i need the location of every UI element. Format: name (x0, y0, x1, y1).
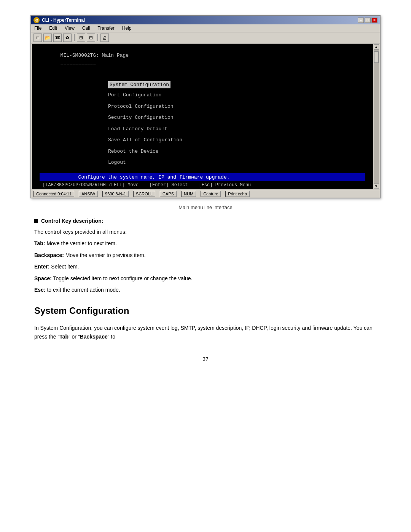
toolbar-separator (74, 34, 75, 41)
esc-key-text: to exit the current action mode. (47, 287, 120, 293)
menu-item-save-all[interactable]: Save All of Configuration (108, 136, 365, 145)
tab-key-text: Move the vernier to next item. (46, 240, 116, 246)
terminal-status-line2: [TAB/BKSPC/UP/DOWN/RIGHT/LEFT] Move [Ent… (40, 181, 365, 189)
scroll-track[interactable] (374, 50, 379, 184)
terminal-area: MIL-SM8002TG: Main Page ============ Sys… (31, 43, 380, 190)
menu-file[interactable]: File (33, 25, 43, 31)
toolbar: □ 📂 ☎ ✿ ⊞ ⊟ 🖨 (31, 32, 380, 43)
toolbar-connect[interactable]: ☎ (53, 34, 62, 42)
menu-item-logout[interactable]: Logout (108, 158, 365, 167)
underline: ============ (40, 60, 365, 68)
enter-key-text: Select item. (51, 264, 79, 270)
encoding-status: ANSIW (79, 191, 98, 197)
menu-item-system-config[interactable]: System Configuration (108, 81, 170, 89)
title-bar: ⚙ CLI - HyperTerminal – □ ✕ (31, 16, 380, 24)
bottom-status-bar: Connected 0:04:11 ANSIW 9600 8-N-1 SCROL… (31, 190, 380, 198)
enter-key-label: Enter: (34, 264, 49, 270)
tab-key-label: Tab: (34, 240, 45, 246)
space-key-label: Space: (34, 275, 52, 281)
connected-status: Connected 0:04:11 (33, 191, 74, 197)
hyper-terminal-window: ⚙ CLI - HyperTerminal – □ ✕ File Edit Vi… (30, 15, 381, 198)
menu-edit[interactable]: Edit (48, 25, 59, 31)
space-key-text: Toggle selected item to next configure o… (53, 275, 193, 281)
app-icon: ⚙ (33, 17, 40, 23)
caps-indicator: CAPS (160, 191, 177, 197)
caption: Main menu line interface (30, 204, 381, 210)
restore-button[interactable]: □ (365, 18, 371, 23)
backspace-key-label: Backspace: (34, 252, 64, 258)
scrollbar-vertical[interactable]: ▲ ▼ (373, 44, 379, 189)
scroll-up-button[interactable]: ▲ (374, 44, 379, 50)
control-key-heading-container: Control Key description: (34, 218, 377, 224)
menu-transfer[interactable]: Transfer (96, 25, 116, 31)
terminal-status-line1: Configure the system name, IP and firmwa… (40, 173, 365, 182)
toolbar-new[interactable]: □ (33, 34, 42, 42)
close-button[interactable]: ✕ (371, 18, 378, 23)
window-title: CLI - HyperTerminal (42, 18, 85, 23)
control-key-heading: Control Key description: (41, 218, 103, 224)
menu-item-security-config[interactable]: Security Configuration (108, 113, 365, 122)
esc-key-label: Esc: (34, 287, 46, 293)
minimize-button[interactable]: – (358, 18, 364, 23)
esc-key-desc: Esc: to exit the current action mode. (34, 286, 377, 294)
control-key-intro: The control keys provided in all menus: (34, 228, 377, 236)
capture-indicator: Capture (201, 191, 221, 197)
menu-item-port-config[interactable]: Port Configuration (108, 91, 365, 100)
scroll-indicator: SCROLL (133, 191, 155, 197)
menu-bar: File Edit View Call Transfer Help (31, 24, 380, 32)
page-number: 37 (30, 356, 381, 362)
system-config-section: System Configuration In System Configura… (30, 305, 381, 341)
menu-item-load-factory[interactable]: Load Factory Default (108, 125, 365, 134)
doc-section: Control Key description: The control key… (30, 218, 381, 294)
title-bar-buttons[interactable]: – □ ✕ (358, 18, 378, 23)
toolbar-paste[interactable]: ⊟ (87, 34, 95, 42)
print-echo-indicator: Print echo (225, 191, 250, 197)
toolbar-separator2 (97, 34, 98, 41)
toolbar-copy[interactable]: ⊞ (77, 34, 85, 42)
system-config-para: In System Configuration, you can configu… (34, 324, 377, 341)
terminal-scroll-area: MIL-SM8002TG: Main Page ============ Sys… (32, 44, 373, 189)
scroll-thumb[interactable] (374, 51, 379, 63)
menu-item-reboot[interactable]: Reboot the Device (108, 147, 365, 156)
device-title: MIL-SM8002TG: Main Page (40, 52, 365, 59)
backspace-key-desc: Backspace: Move the vernier to previous … (34, 251, 377, 259)
backspace-key-text: Move the vernier to previous item. (65, 252, 146, 258)
space-key-desc: Space: Toggle selected item to next conf… (34, 274, 377, 283)
scroll-down-button[interactable]: ▼ (374, 184, 379, 189)
title-bar-left: ⚙ CLI - HyperTerminal (33, 17, 85, 23)
tab-key-desc: Tab: Move the vernier to next item. (34, 239, 377, 248)
menu-call[interactable]: Call (81, 25, 92, 31)
system-config-title: System Configuration (34, 305, 377, 316)
menu-help[interactable]: Help (121, 25, 133, 31)
terminal-screen: MIL-SM8002TG: Main Page ============ Sys… (32, 44, 373, 189)
toolbar-print[interactable]: 🖨 (100, 34, 109, 42)
enter-key-desc: Enter: Select item. (34, 262, 377, 271)
menu-item-protocol-config[interactable]: Protocol Configuration (108, 102, 365, 111)
menu-view[interactable]: View (63, 25, 76, 31)
bullet-icon (34, 219, 38, 223)
baud-status: 9600 8-N-1 (102, 191, 129, 197)
num-indicator: NUM (181, 191, 196, 197)
toolbar-settings[interactable]: ✿ (63, 34, 72, 42)
toolbar-open[interactable]: 📂 (43, 34, 52, 42)
